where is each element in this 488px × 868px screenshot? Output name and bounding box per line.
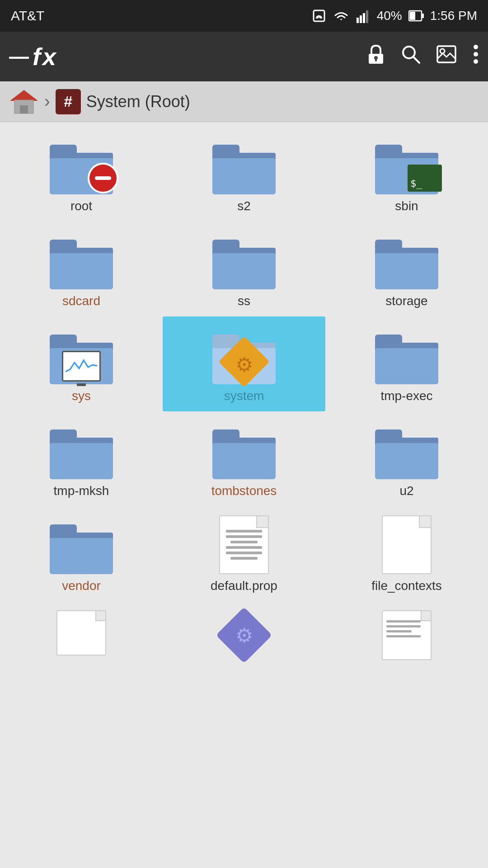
folder-icon bbox=[375, 240, 438, 289]
file-name: tombstones bbox=[211, 484, 277, 498]
list-item[interactable]: file_contexts bbox=[325, 506, 488, 601]
breadcrumb: › # System (Root) bbox=[0, 81, 488, 122]
list-item[interactable]: ss bbox=[163, 222, 325, 316]
status-bar: AT&T 40% bbox=[0, 0, 488, 32]
list-item[interactable]: default.prop bbox=[163, 506, 325, 601]
svg-rect-13 bbox=[437, 46, 455, 62]
svg-line-12 bbox=[413, 57, 419, 63]
folder-icon bbox=[50, 240, 113, 289]
battery-label: 40% bbox=[377, 9, 402, 23]
svg-point-14 bbox=[440, 49, 445, 53]
breadcrumb-title: System (Root) bbox=[86, 92, 190, 111]
svg-rect-6 bbox=[422, 14, 424, 18]
file-name: default.prop bbox=[211, 579, 277, 593]
list-item[interactable] bbox=[0, 601, 163, 696]
folder-icon bbox=[375, 335, 438, 384]
file-name: u2 bbox=[399, 484, 413, 498]
folder-icon bbox=[212, 145, 276, 194]
file-name: ss bbox=[238, 294, 250, 308]
root-icon: # bbox=[56, 89, 81, 114]
list-item[interactable]: sdcard bbox=[0, 222, 163, 316]
folder-icon bbox=[212, 240, 276, 289]
globe-icon: ⚙ bbox=[219, 610, 269, 660]
list-item[interactable]: s2 bbox=[163, 127, 325, 222]
list-item[interactable]: sys bbox=[0, 316, 163, 411]
list-item[interactable]: u2 bbox=[325, 411, 488, 506]
file-name: s2 bbox=[237, 199, 251, 213]
file-name: storage bbox=[385, 294, 427, 308]
wifi-icon bbox=[333, 9, 350, 23]
list-item[interactable]: ⚙ system bbox=[163, 316, 325, 411]
list-item[interactable]: $_ sbin bbox=[325, 127, 488, 222]
file-name: sys bbox=[72, 389, 91, 403]
list-item[interactable]: ⚙ bbox=[163, 601, 325, 696]
list-item[interactable]: root bbox=[0, 127, 163, 222]
document-icon bbox=[219, 515, 269, 574]
more-icon[interactable] bbox=[473, 44, 479, 69]
list-item[interactable]: storage bbox=[325, 222, 488, 316]
list-item[interactable]: tmp-exec bbox=[325, 316, 488, 411]
nfc-icon bbox=[312, 9, 326, 23]
svg-rect-4 bbox=[366, 10, 368, 23]
file-name: root bbox=[70, 199, 92, 213]
folder-icon: ⚙ bbox=[212, 335, 276, 384]
folder-icon: $_ bbox=[375, 145, 438, 194]
toolbar-actions bbox=[367, 44, 479, 69]
document-icon bbox=[382, 515, 432, 574]
file-name: sbin bbox=[395, 199, 418, 213]
status-icons: 40% 1:56 PM bbox=[312, 9, 477, 23]
list-item[interactable]: tombstones bbox=[163, 411, 325, 506]
battery-icon bbox=[408, 9, 424, 23]
folder-icon bbox=[50, 524, 113, 574]
svg-point-17 bbox=[474, 59, 478, 64]
svg-point-16 bbox=[474, 52, 478, 57]
list-item[interactable]: tmp-mksh bbox=[0, 411, 163, 506]
list-item[interactable] bbox=[325, 601, 488, 696]
svg-marker-18 bbox=[10, 90, 38, 101]
file-name: sdcard bbox=[62, 294, 100, 308]
svg-rect-1 bbox=[357, 18, 359, 23]
file-name: vendor bbox=[62, 579, 101, 593]
document-icon bbox=[56, 610, 106, 656]
file-name: tmp-exec bbox=[380, 389, 432, 403]
folder-icon bbox=[375, 429, 438, 479]
home-button[interactable] bbox=[9, 88, 39, 115]
file-name: file_contexts bbox=[371, 579, 442, 593]
signal-icon bbox=[356, 9, 371, 23]
breadcrumb-chevron: › bbox=[44, 92, 50, 111]
svg-rect-20 bbox=[20, 105, 28, 113]
time-label: 1:56 PM bbox=[430, 9, 477, 23]
folder-icon bbox=[50, 429, 113, 479]
file-name: system bbox=[224, 389, 264, 403]
svg-rect-7 bbox=[410, 12, 415, 20]
image-icon[interactable] bbox=[436, 45, 456, 68]
file-name: tmp-mksh bbox=[54, 484, 109, 498]
list-item[interactable]: vendor bbox=[0, 506, 163, 601]
folder-icon bbox=[212, 429, 276, 479]
svg-point-15 bbox=[474, 45, 478, 49]
app-logo: — fx bbox=[9, 42, 56, 71]
svg-rect-2 bbox=[360, 15, 362, 23]
toolbar: — fx bbox=[0, 32, 488, 81]
folder-icon bbox=[50, 145, 113, 194]
svg-rect-10 bbox=[375, 58, 377, 61]
svg-rect-3 bbox=[363, 13, 365, 23]
folder-icon bbox=[50, 335, 113, 384]
file-grid: root s2 $_ sbin sdcard bbox=[0, 122, 488, 701]
carrier-label: AT&T bbox=[11, 8, 44, 24]
lock-icon[interactable] bbox=[367, 44, 385, 69]
search-icon[interactable] bbox=[401, 45, 420, 68]
document-icon bbox=[382, 610, 432, 660]
